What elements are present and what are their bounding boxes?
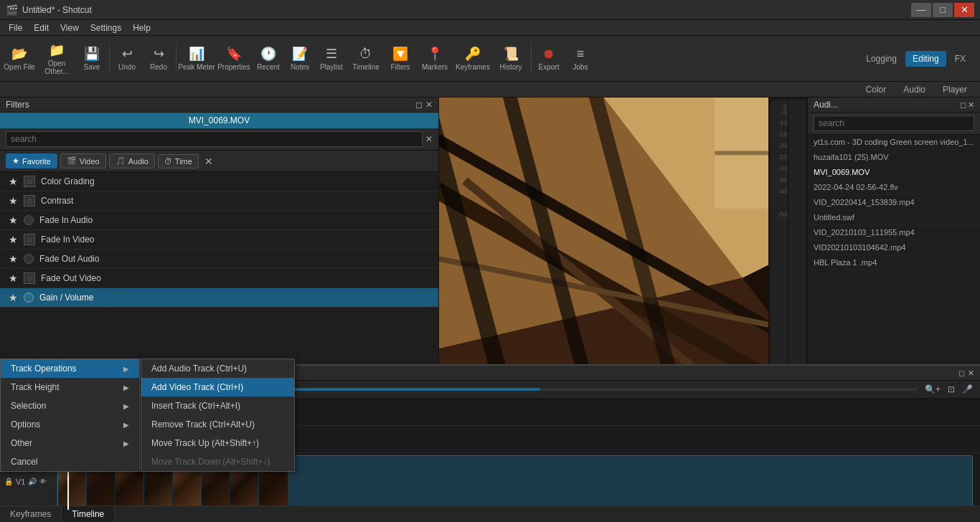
sub-add-video-label: Add Video Track (Ctrl+I) — [151, 382, 243, 392]
right-panel-close[interactable]: ✕ — [968, 100, 974, 110]
properties-button[interactable]: 🔖 Properties — [215, 37, 253, 80]
minimize-button[interactable]: — — [911, 3, 931, 17]
redo-button[interactable]: ↪ Redo — [143, 37, 174, 80]
filter-tab-audio[interactable]: 🎵 Audio — [109, 153, 155, 169]
keyframes-bottom-tab[interactable]: Keyframes — [0, 506, 62, 522]
timeline-bottom-tab[interactable]: Timeline — [62, 506, 115, 522]
filter-item-gain-volume[interactable]: ★ Gain / Volume — [0, 288, 438, 308]
menu-help[interactable]: Help — [127, 22, 156, 34]
tl-fit-btn[interactable]: ⊡ — [945, 383, 958, 396]
filter-tab-favorite[interactable]: ★ Favorite — [6, 153, 57, 169]
ctx-other[interactable]: Other ▶ — [1, 434, 139, 452]
sub-mode-player[interactable]: Player — [936, 83, 974, 96]
right-panel-shrink[interactable]: ◻ — [960, 100, 966, 110]
filter-item-fade-in-audio[interactable]: ★ Fade In Audio — [0, 211, 438, 230]
sub-add-video-track[interactable]: Add Video Track (Ctrl+I) — [141, 378, 294, 397]
open-file-button[interactable]: 📂 Open File — [1, 37, 37, 80]
recent-button[interactable]: 🕐 Recent — [253, 37, 284, 80]
filters-label: Filters — [390, 63, 410, 71]
notes-button[interactable]: 📝 Notes — [284, 37, 316, 80]
undo-button[interactable]: ↩ Undo — [111, 37, 143, 80]
ctx-options-label: Options — [11, 419, 40, 430]
mode-logging[interactable]: Logging — [859, 51, 904, 67]
filters-search-input[interactable] — [6, 131, 423, 147]
ctx-track-operations[interactable]: Track Operations ▶ — [1, 359, 139, 378]
open-file-label: Open File — [4, 63, 34, 71]
sub-remove-track[interactable]: Remove Track (Ctrl+Alt+U) — [141, 415, 294, 434]
export-button[interactable]: ⏺ Export — [533, 37, 565, 80]
ctx-cancel[interactable]: Cancel — [1, 452, 139, 471]
filters-close-icon[interactable]: ✕ — [425, 100, 433, 110]
timeline-close[interactable]: ✕ — [968, 369, 974, 378]
menu-file[interactable]: File — [3, 22, 28, 34]
right-search-input[interactable] — [814, 115, 974, 131]
recent-item-4[interactable]: 2022-04-24 02-56-42.flv — [808, 180, 980, 195]
star-icon: ★ — [9, 214, 18, 226]
sub-mode-color[interactable]: Color — [859, 83, 894, 96]
menu-edit[interactable]: Edit — [28, 22, 55, 34]
keyframes-button[interactable]: 🔑 Keyframes — [453, 37, 492, 80]
recent-item-3[interactable]: MVI_0069.MOV — [808, 165, 980, 180]
recent-label: Recent — [257, 63, 280, 71]
properties-label: Properties — [217, 63, 250, 71]
jobs-button[interactable]: ≡ Jobs — [565, 37, 596, 80]
filter-item-contrast[interactable]: ★ □ Contrast — [0, 191, 438, 211]
sub-insert-track[interactable]: Insert Track (Ctrl+Alt+I) — [141, 397, 294, 415]
app-title: Untitled* - Shotcut — [22, 5, 92, 15]
right-panel-title: Audi... — [814, 100, 838, 110]
ctx-selection[interactable]: Selection ▶ — [1, 397, 139, 415]
ctx-arrow-right-3-icon: ▶ — [123, 402, 129, 410]
mode-editing[interactable]: Editing — [905, 51, 946, 67]
filter-name-fade-in-audio: Fade In Audio — [39, 215, 93, 225]
filters-current-file: MVI_0069.MOV — [189, 115, 250, 125]
filter-tab-time[interactable]: ⏱ Time — [158, 154, 199, 169]
recent-item-7[interactable]: VID_20210103_111955.mp4 — [808, 225, 980, 240]
filter-item-fade-out-video[interactable]: ★ □ Fade Out Video — [0, 269, 438, 288]
ctx-track-height[interactable]: Track Height ▶ — [1, 378, 139, 397]
filter-tab-close[interactable]: ✕ — [204, 156, 213, 167]
sub-mode-audio[interactable]: Audio — [896, 83, 933, 96]
open-other-button[interactable]: 📁 Open Other... — [37, 37, 76, 80]
filters-shrink-icon[interactable]: ◻ — [415, 100, 423, 110]
recent-item-8[interactable]: VID20210103104642.mp4 — [808, 240, 980, 255]
open-other-label: Open Other... — [37, 60, 76, 75]
timeline-shrink[interactable]: ◻ — [958, 369, 965, 378]
ctx-track-operations-label: Track Operations — [11, 364, 77, 374]
filter-tab-video[interactable]: 🎬 Video — [60, 153, 106, 169]
menu-settings[interactable]: Settings — [85, 22, 127, 34]
filter-name-gain-volume: Gain / Volume — [39, 293, 93, 303]
maximize-button[interactable]: □ — [933, 3, 953, 17]
filter-name-color-grading: Color Grading — [41, 176, 95, 186]
history-button[interactable]: 📜 History — [492, 37, 529, 80]
peak-meter-label: Peak Meter — [178, 63, 215, 71]
playlist-button[interactable]: ☰ Playlist — [316, 37, 347, 80]
recent-item-9[interactable]: HBL Plaza 1 .mp4 — [808, 255, 980, 270]
sub-move-up-label: Move Track Up (Alt+Shift+↑) — [151, 438, 259, 448]
star-icon: ★ — [9, 234, 18, 245]
sub-add-audio-track[interactable]: Add Audio Track (Ctrl+U) — [141, 359, 294, 378]
markers-button[interactable]: 📍 Markers — [416, 37, 453, 80]
recent-item-6[interactable]: Untitled.swf — [808, 210, 980, 225]
filter-name-fade-out-audio: Fade Out Audio — [39, 254, 99, 264]
save-button[interactable]: 💾 Save — [76, 37, 108, 80]
mode-fx[interactable]: FX — [948, 51, 973, 67]
filters-search-clear[interactable]: ✕ — [425, 134, 433, 144]
tl-zoom-in-btn[interactable]: 🔍+ — [922, 383, 943, 396]
timeline-button[interactable]: ⏱ Timeline — [347, 37, 385, 80]
tl-mic-btn[interactable]: 🎤 — [959, 383, 976, 396]
close-button[interactable]: ✕ — [954, 3, 974, 17]
menu-view[interactable]: View — [55, 22, 85, 34]
favorite-star-icon: ★ — [12, 156, 19, 166]
filters-button[interactable]: 🔽 Filters — [385, 37, 416, 80]
app-icon: 🎬 — [6, 4, 18, 16]
recent-item-1[interactable]: yt1s.com - 3D coding Green screen video_… — [808, 135, 980, 150]
filter-item-fade-in-video[interactable]: ★ □ Fade In Video — [0, 230, 438, 250]
filter-item-color-grading[interactable]: ★ □ Color Grading — [0, 172, 438, 191]
recent-item-2[interactable]: huzaifa101 (25).MOV — [808, 150, 980, 165]
filter-item-fade-out-audio[interactable]: ★ Fade Out Audio — [0, 250, 438, 269]
ctx-options[interactable]: Options ▶ — [1, 415, 139, 434]
video-tab-label: Video — [80, 157, 100, 166]
sub-move-track-up[interactable]: Move Track Up (Alt+Shift+↑) — [141, 434, 294, 452]
recent-item-5[interactable]: VID_20220414_153839.mp4 — [808, 195, 980, 210]
peak-meter-button[interactable]: 📊 Peak Meter — [178, 37, 215, 80]
